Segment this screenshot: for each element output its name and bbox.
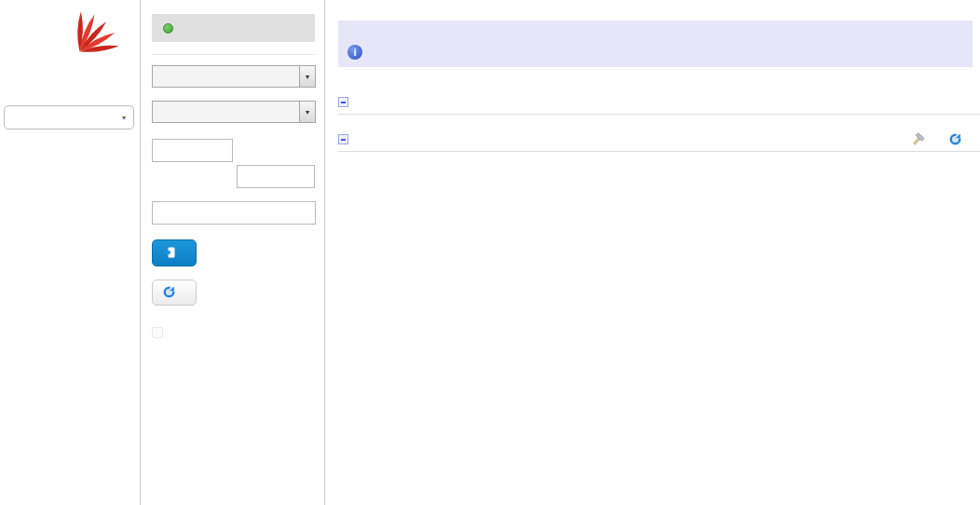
custom-parameters-input[interactable] — [152, 201, 316, 225]
divider — [152, 54, 315, 55]
raw-status-section-header — [338, 90, 980, 115]
reload-icon — [948, 132, 962, 146]
auto-refresh-row — [152, 327, 315, 338]
solr-logo[interactable] — [0, 0, 140, 86]
execute-icon — [163, 246, 176, 259]
entity-select[interactable]: ▾ — [152, 101, 316, 123]
sidebar: ▾ — [0, 0, 141, 505]
core-selector-dropdown[interactable]: ▾ — [4, 105, 134, 130]
reload-button[interactable] — [948, 132, 968, 146]
refresh-status-button[interactable] — [152, 280, 197, 306]
start-input[interactable] — [152, 139, 233, 162]
chevron-down-icon: ▾ — [299, 102, 315, 122]
status-green-dot-icon — [163, 23, 173, 34]
execute-button[interactable] — [152, 239, 197, 266]
auto-refresh-checkbox — [152, 327, 163, 338]
handler-header — [152, 14, 315, 42]
solr-logo-flare-icon — [71, 2, 123, 56]
refresh-icon — [162, 285, 176, 299]
debug-mode-button[interactable] — [911, 132, 932, 147]
hammer-icon — [911, 132, 926, 147]
chevron-down-icon: ▾ — [299, 66, 315, 87]
dataimport-form-panel: ▾ ▾ — [141, 0, 325, 505]
dataimport-content: i — [326, 0, 980, 505]
collapse-icon[interactable] — [338, 134, 348, 144]
collapse-icon[interactable] — [338, 97, 348, 107]
command-select[interactable]: ▾ — [152, 65, 316, 88]
solr-admin-dataimport-page: { "logo": { "text": "Solr" }, "sidebar":… — [0, 0, 980, 505]
rows-input[interactable] — [237, 165, 315, 188]
configuration-section-header — [338, 128, 980, 152]
status-alert: i — [338, 20, 973, 67]
chevron-down-icon: ▾ — [122, 114, 126, 122]
info-icon: i — [347, 45, 362, 60]
